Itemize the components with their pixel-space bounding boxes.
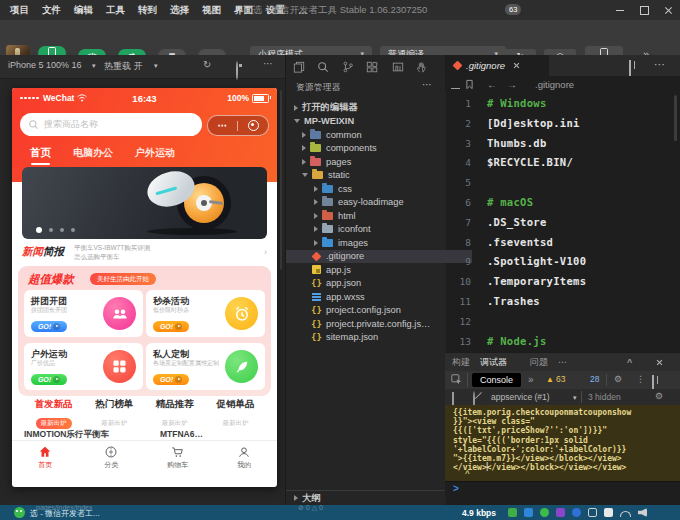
bookmark-icon[interactable] <box>465 79 474 90</box>
more-icon[interactable]: ⋯ <box>263 58 273 69</box>
more-tabs-icon[interactable]: » <box>528 374 534 385</box>
collapse-panel-icon[interactable]: ^ <box>627 353 632 372</box>
inspect-icon[interactable] <box>451 374 462 385</box>
card-custom[interactable]: 私人定制 各场景定制配置属性定制 GO! <box>146 343 265 390</box>
section-new-arrivals[interactable]: 首发新品 最新出炉 <box>35 398 73 428</box>
folder-common[interactable]: common <box>286 128 462 142</box>
section-hot-list[interactable]: 热门榜单 最新出炉 <box>95 398 133 428</box>
collapse-log-icon[interactable]: ^ <box>465 469 470 478</box>
breadcrumb-file[interactable]: .gitignore <box>535 79 574 90</box>
search-icon[interactable] <box>317 61 329 73</box>
menu-item-more[interactable]: … <box>298 5 308 16</box>
lock-icon[interactable] <box>588 508 597 517</box>
tab-gitignore[interactable]: .gitignore <box>446 55 549 76</box>
back-icon[interactable]: ← <box>487 79 497 90</box>
ime-icon[interactable] <box>604 508 613 517</box>
console-prompt-row[interactable]: > <box>445 481 680 496</box>
search-input[interactable]: 搜索商品名称 <box>20 113 202 136</box>
files-icon[interactable] <box>293 61 305 73</box>
card-flash-sale[interactable]: 秒杀活动 低价限时秒杀 GO! <box>146 290 265 337</box>
card-outdoor[interactable]: 户外运动 厂价优品 GO! <box>24 343 143 390</box>
json-icon: {} <box>312 306 321 315</box>
close-button[interactable] <box>656 0 680 20</box>
news-ticker[interactable]: 新闻 简报 平衡车VS-IBW7T购买评测 怎么选购平衡车 › <box>22 240 267 264</box>
shield-icon[interactable] <box>508 508 517 517</box>
more-icon[interactable]: ⋯ <box>558 353 567 372</box>
package-icon[interactable] <box>392 61 404 73</box>
system-tray <box>508 508 647 517</box>
tab-label: .gitignore <box>466 60 505 71</box>
go-button[interactable]: GO! <box>153 321 189 332</box>
editor-scrollbar[interactable] <box>674 95 677 141</box>
input-method-icon[interactable] <box>556 508 565 517</box>
hot-reload-toggle[interactable]: 热重载 开 <box>104 60 143 73</box>
menu-item-goto[interactable]: 转到 <box>138 4 157 17</box>
tabbar-cart[interactable]: 购物车 <box>145 441 211 479</box>
device-selector[interactable]: iPhone 5 100% 16 <box>8 60 82 70</box>
menu-item-select[interactable]: 选择 <box>170 4 189 17</box>
console-tab[interactable]: Console <box>472 373 521 387</box>
gear-icon[interactable]: ⚙ <box>655 391 663 401</box>
hand-icon[interactable] <box>416 61 428 73</box>
tab-problems[interactable]: 问题 <box>530 353 548 372</box>
maximize-button[interactable] <box>632 0 656 20</box>
more-icon[interactable]: ⋯ <box>422 79 432 90</box>
tab-debugger[interactable]: 调试器 <box>480 353 507 372</box>
tabbar-home[interactable]: 首页 <box>12 441 78 479</box>
section-promotion[interactable]: 促销单品 最新出炉 <box>216 398 254 428</box>
git-branch-icon[interactable] <box>342 61 354 73</box>
chevron-right-icon: › <box>264 247 267 257</box>
menu-item-project[interactable]: 项目 <box>10 4 29 17</box>
windows-tray-icon[interactable] <box>524 508 533 517</box>
simulator-scrollbar[interactable] <box>280 90 282 270</box>
folder-static[interactable]: static <box>286 169 462 183</box>
news-ticker-lines: 平衡车VS-IBW7T购买评测 怎么选购平衡车 <box>74 243 232 261</box>
wechat-tray-icon[interactable] <box>540 508 549 517</box>
minimize-button[interactable] <box>608 0 632 20</box>
outline-section[interactable]: 大纲 <box>286 490 446 505</box>
tab-build[interactable]: 构建 <box>452 353 470 372</box>
wechat-taskbar-icon[interactable] <box>14 507 25 518</box>
go-button[interactable]: GO! <box>31 321 67 332</box>
go-button[interactable]: GO! <box>153 374 189 385</box>
tab-home[interactable]: 首页 <box>30 146 51 160</box>
news-label-suffix: 简报 <box>43 245 64 259</box>
close-tab-icon[interactable] <box>513 62 520 69</box>
menu-item-view[interactable]: 视图 <box>202 4 221 17</box>
hidden-count[interactable]: 3 hidden <box>588 392 621 402</box>
section-recommend[interactable]: 精品推荐 最新出炉 <box>156 398 194 428</box>
menu-item-tools[interactable]: 工具 <box>106 4 125 17</box>
menu-item-interface[interactable]: 界面 <box>234 4 253 17</box>
problems-summary[interactable]: ⊘ 0 △ 0 <box>298 504 323 512</box>
promo-badge: 美好生活由此开始 <box>90 273 156 285</box>
tabbar-me[interactable]: 我的 <box>211 441 277 479</box>
card-group-buy[interactable]: 拼团开团 拼团团长开团 GO! <box>24 290 143 337</box>
folder-pages[interactable]: pages <box>286 155 462 169</box>
folder-components[interactable]: components <box>286 142 462 156</box>
forward-icon[interactable]: → <box>507 79 517 90</box>
tabbar-category[interactable]: 分类 <box>78 441 144 479</box>
open-editors-row[interactable]: 打开的编辑器 <box>286 101 454 115</box>
menu-item-edit[interactable]: 编辑 <box>74 4 93 17</box>
project-root-row[interactable]: MP-WEIXIN <box>286 115 454 129</box>
gear-icon[interactable]: ⚙ <box>614 374 622 384</box>
kebab-menu-icon[interactable]: ⋮ <box>636 374 645 384</box>
miniprogram-capsule[interactable]: ⋯ <box>207 115 269 136</box>
refresh-icon[interactable]: ↻ <box>203 59 211 70</box>
volume-icon[interactable] <box>638 508 647 517</box>
go-button[interactable]: GO! <box>31 374 67 385</box>
stop-icon[interactable] <box>236 61 238 80</box>
banner-image[interactable] <box>22 167 267 239</box>
bluetooth-icon[interactable] <box>572 508 581 517</box>
extensions-icon[interactable] <box>366 61 378 73</box>
more-icon[interactable]: ⋯ <box>654 58 665 71</box>
code-editor[interactable]: 1# Windows 2[Dd]esktop.ini 3Thumbs.db 4$… <box>445 94 677 352</box>
wifi-icon[interactable] <box>620 511 631 517</box>
menu-item-settings[interactable]: 设置 <box>266 4 285 17</box>
taskbar-window-label[interactable]: 选 - 微信开发者工... <box>30 508 100 519</box>
warning-icon[interactable]: ▲ <box>546 375 554 384</box>
tab-computer-office[interactable]: 电脑办公 <box>73 146 113 160</box>
tab-outdoor-sports[interactable]: 户外运动 <box>135 146 175 160</box>
context-selector[interactable]: appservice (#1) <box>491 392 550 402</box>
menu-item-file[interactable]: 文件 <box>42 4 61 17</box>
